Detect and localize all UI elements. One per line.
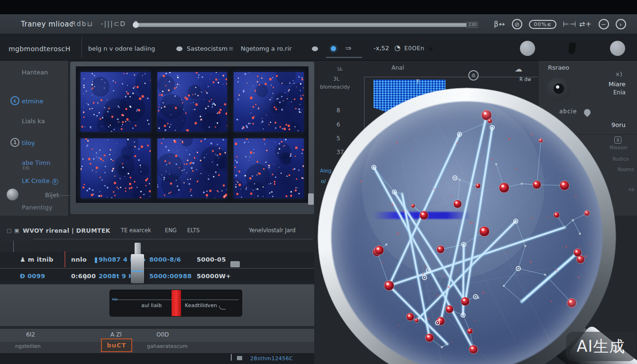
profile-button[interactable] [610, 41, 625, 56]
row-scrollbar[interactable] [230, 261, 240, 267]
sidebar-item-label: abe Timn [22, 159, 50, 166]
table-row[interactable]: ♟ m itnibnnlo9h087 4 Inno8000-8/65000-05 [0, 252, 314, 267]
minus-circle-icon[interactable]: − [599, 19, 609, 29]
sidebar-item-panentigy[interactable]: Panentigy [0, 204, 69, 214]
microscopy-panel-3[interactable] [81, 138, 151, 198]
toolbar-title: Traney mlioac [21, 20, 73, 28]
timeline-slider[interactable] [136, 23, 469, 27]
table-cell: 8000-8/6 [149, 256, 181, 263]
viewer-grid [76, 66, 309, 203]
record-button[interactable] [520, 41, 535, 56]
sidebar-item-label: Hantean [22, 69, 48, 76]
divider [82, 37, 82, 58]
share-route-icon[interactable]: β↔ [494, 20, 505, 28]
sidebar-item-bijet[interactable]: Bijet [0, 191, 69, 202]
header-rule [33, 239, 313, 239]
microscopy-panel-5[interactable] [234, 138, 304, 198]
speckle-layer [157, 138, 228, 198]
metric-footer-value: o/ [321, 178, 326, 184]
microscopy-panel-4[interactable] [157, 138, 228, 198]
network-icon[interactable]: ⊘ [512, 19, 522, 29]
cell-marker [95, 257, 97, 263]
item-icon: 1 [10, 138, 19, 147]
sidebar: HanteancetmineLials ka1tiloyabe TimnF/OL… [0, 61, 69, 216]
microscopy-panel-1[interactable] [157, 72, 228, 132]
user-name: Miare [609, 81, 626, 88]
fader-track-highlight [131, 271, 143, 272]
grid-icon[interactable]: ▢ [7, 228, 11, 234]
panel-item-0[interactable]: Mwazer [610, 145, 628, 150]
clock-icon[interactable]: ◔ [394, 44, 400, 52]
active-underline [326, 57, 362, 58]
gauge-right-label: Keadtilidven [185, 302, 217, 309]
table-row[interactable]: Ð 00990:60002008t 9 KM65000:0098850000W+ [0, 268, 314, 283]
arrow-icon[interactable]: ⇒ [345, 44, 351, 53]
panel-item-3[interactable]: na [628, 187, 634, 192]
badge-icon[interactable]: 8 [614, 136, 621, 144]
gauge-needle[interactable] [172, 290, 181, 316]
cloud-icon[interactable]: ☁ [515, 64, 522, 73]
alert-button[interactable]: buCT [101, 338, 132, 352]
viewer-scroll-thumb[interactable] [308, 193, 314, 205]
metric-footer-label[interactable]: Aleg [320, 168, 331, 174]
tool-icon-1[interactable]: -|||⊂D [100, 20, 126, 27]
sidebar-item-abe-timn[interactable]: abe TimnF/O [0, 159, 69, 170]
sidebar-item-label: Lials ka [22, 118, 45, 125]
tool-icon-0[interactable]: Rdb⊔ [71, 20, 93, 27]
sidebar-item-hantean[interactable]: Hantean [0, 69, 69, 79]
speckle-layer [234, 138, 304, 198]
sidebar-item-etmine[interactable]: cetmine [0, 98, 69, 108]
microscopy-panel-0[interactable] [81, 72, 151, 132]
column-header[interactable]: TE eaarcek [121, 227, 151, 234]
footer-col-top: O0D [156, 331, 169, 338]
gauge-left-label: aul liaib [141, 302, 162, 309]
table-cell: nnlo [71, 256, 87, 263]
hamburger-icon[interactable]: ≡ [228, 45, 234, 52]
flag-icon[interactable]: ⬥ [428, 45, 433, 53]
toolbar-right-icons: β↔⊘00%≤⊢⊣ ⇄+−› [494, 17, 626, 31]
forward-circle-icon[interactable]: › [616, 19, 626, 29]
gauge-corner-label: NW [112, 298, 118, 301]
menu-item-3[interactable]: Ngetomg a ro.rir [241, 45, 291, 52]
sidebar-item-lials-ka[interactable]: Lials ka [0, 118, 69, 128]
active-dot-icon[interactable] [331, 46, 336, 51]
user-sub: Enia [613, 89, 626, 96]
sidebar-item-label: tiloy [22, 139, 35, 146]
column-header[interactable]: ELTS [187, 227, 200, 234]
panel-title: Anal [391, 64, 404, 71]
column-header[interactable]: ENG [165, 227, 177, 234]
timer-label: E0OEn [404, 45, 424, 52]
t-label: T [416, 79, 419, 85]
fader-stem [135, 243, 141, 255]
image-viewer-frame [70, 62, 314, 214]
help-icon[interactable]: ▣ [14, 228, 19, 234]
gear-icon[interactable]: ⚙ [468, 70, 479, 81]
panel-item-1[interactable]: Nudica [612, 156, 629, 162]
sidebar-item-label: etmine [22, 98, 44, 105]
close-icon[interactable]: ×) [615, 71, 622, 78]
speckle-layer [81, 138, 151, 198]
properties-title: Rsraeo [548, 64, 569, 71]
microscopy-panel-2[interactable] [234, 72, 304, 132]
column-header[interactable]: Yenelvlostalr Jard [249, 227, 296, 234]
table-cell: 50000W+ [197, 273, 231, 280]
menu-item-2[interactable]: Sasteocistsm [187, 45, 228, 52]
sphere-icon [7, 189, 18, 200]
filter-sliders-icon[interactable]: ⊢⊣ ⇄+ [563, 20, 592, 28]
sidebar-item-tiloy[interactable]: 1tiloy [0, 139, 69, 150]
footer-col-bottom: gahaeratescum [147, 343, 188, 349]
fader-knob[interactable] [131, 254, 144, 283]
metric-tick: 1& [337, 67, 342, 72]
speckle-layer [157, 72, 228, 132]
title-strip [0, 0, 637, 14]
zoom-percent-box[interactable]: 00%≤ [529, 20, 556, 29]
slider-handle[interactable] [133, 22, 139, 28]
sidebar-item-label: Panentigy [22, 204, 52, 211]
panel-item-2[interactable]: Noams [618, 167, 634, 172]
field-label: abcie [559, 108, 577, 115]
metric-code: 3L [333, 76, 339, 82]
sidebar-item-lk-croite[interactable]: LK Croite8 [0, 177, 69, 188]
metric-label: blomeacidy [320, 84, 350, 90]
menu-item-1[interactable]: belg n v odore ladiing [88, 45, 155, 52]
sidebar-item-label: LK Croite8 [22, 177, 58, 185]
